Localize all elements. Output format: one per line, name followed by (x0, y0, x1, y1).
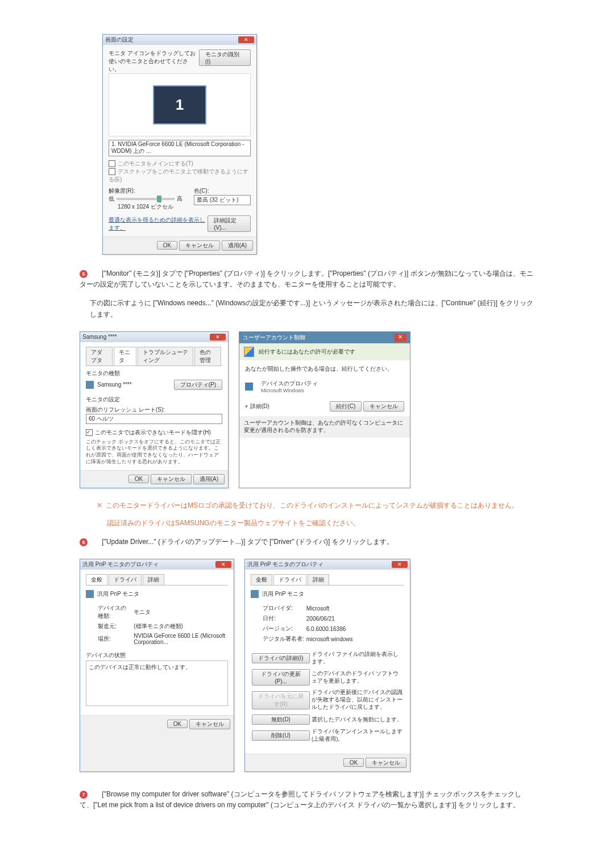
close-icon[interactable]: ✕ (392, 561, 408, 568)
device-icon (245, 383, 253, 391)
cancel-button[interactable]: キャンセル (151, 474, 192, 484)
step-bullet-5: 5 (80, 270, 88, 278)
cancel-button[interactable]: キャンセル (366, 758, 406, 768)
dialog-title: Samsung **** (82, 334, 117, 340)
color-combo[interactable]: 最高 (32 ビット) (194, 195, 251, 205)
driver-details-button[interactable]: ドライバの詳細(I) (252, 653, 310, 663)
color-label: 色(C): (194, 187, 251, 195)
properties-button[interactable]: プロパティ(P) (174, 380, 222, 390)
step-7: 7 ["Browse my computer for driver softwa… (80, 789, 534, 811)
uac-banner-text: 続行するにはあなたの許可が必要です (259, 348, 355, 356)
shield-icon (244, 347, 254, 357)
continue-button[interactable]: 続行(C) (330, 401, 362, 412)
tab-driver[interactable]: ドライバ (109, 574, 142, 585)
monitor-settings-label: モニタの設定 (86, 396, 222, 404)
monitor-properties-dialog: Samsung **** ✕ アダプタ モニタ トラブルシューティング 色の管理… (80, 331, 229, 488)
tab-detail[interactable]: 詳細 (308, 574, 329, 585)
note-line2: 認証済みのドライバはSAMSUNGのモニター製品ウェブサイトをご確認ください。 (107, 517, 534, 530)
device-status-label: デバイスの状態 (86, 651, 228, 659)
adapter-combo[interactable]: 1. NVIDIA GeForce 6600 LE (Microsoft Cor… (109, 140, 251, 156)
device-status-box: このデバイスは正常に動作しています。 (86, 661, 228, 706)
refresh-label: 画面のリフレッシュ レート(S): (86, 406, 222, 414)
tab-driver[interactable]: ドライバ (273, 574, 306, 585)
apply-button[interactable]: 適用(A) (193, 474, 225, 484)
cancel-button[interactable]: キャンセル (179, 240, 220, 251)
monitor-type-group-label: モニタの種類 (86, 369, 222, 377)
cancel-button[interactable]: キャンセル (363, 401, 404, 412)
refresh-combo[interactable]: 60 ヘルツ (86, 414, 222, 424)
pnp-driver-dialog: 汎用 PnP モニタのプロパティ ✕ 全般 ドライバ 詳細 汎用 PnP モニタ… (244, 559, 410, 772)
figure-display-settings: 画面の設定 ✕ モニタ アイコンをドラッグしてお使いのモニタと合わせてください。… (102, 34, 534, 255)
resolution-slider[interactable] (117, 198, 175, 200)
ok-button[interactable]: OK (167, 720, 188, 728)
tab-monitor[interactable]: モニタ (114, 347, 136, 366)
uac-prop-sub: Microsoft Windows (261, 388, 318, 393)
uac-dialog: ユーザーアカウント制御 ✕ 続行するにはあなたの許可が必要です あなたが開始した… (239, 331, 410, 488)
monitor-icon (251, 590, 259, 598)
primary-checkbox (109, 160, 115, 167)
driver-uninstall-button[interactable]: 削除(U) (252, 730, 310, 741)
driver-rollback-button: ドライバを元に戻す(R) (252, 691, 310, 709)
extend-checkbox (109, 168, 115, 175)
monitor-preview[interactable]: 1 (153, 85, 206, 124)
hide-modes-description: このチェック ボックスをオフにすると、このモニタでは正しく表示できないモードを選… (86, 439, 222, 466)
uac-line1: あなたが開始した操作である場合は、続行してください。 (245, 365, 404, 373)
apply-button[interactable]: 適用(A) (222, 240, 253, 251)
cancel-button[interactable]: キャンセル (189, 719, 230, 729)
step5-text-2: 下の図に示すように ["Windows needs..." (Windowsの設… (90, 298, 534, 319)
tab-general[interactable]: 全般 (251, 574, 272, 585)
figure-row-driver-props: 汎用 PnP モニタのプロパティ ✕ 全般 ドライバ 詳細 汎用 PnP モニタ… (80, 559, 534, 772)
tab-detail[interactable]: 詳細 (143, 574, 164, 585)
advanced-button[interactable]: 詳細設定(V)... (208, 215, 251, 232)
ok-button[interactable]: OK (157, 241, 177, 250)
uac-title: ユーザーアカウント制御 (243, 334, 305, 342)
close-icon[interactable]: ✕ (394, 334, 406, 342)
tab-troubleshoot[interactable]: トラブルシューティング (138, 347, 193, 366)
step-bullet-7: 7 (80, 791, 88, 799)
driver-disable-button[interactable]: 無効(D) (252, 715, 310, 725)
fig1-instruction: モニタ アイコンをドラッグしてお使いのモニタと合わせてください。 (109, 49, 199, 73)
ok-button[interactable]: OK (343, 758, 364, 767)
step6-text: ["Update Driver..." (ドライバのアップデート...)] タブ… (102, 538, 393, 546)
identify-button[interactable]: モニタの識別(I) (199, 49, 251, 66)
resolution-value: 1280 x 1024 ピクセル (109, 203, 182, 211)
close-icon[interactable]: ✕ (238, 36, 254, 43)
tab-color[interactable]: 色の管理 (194, 347, 221, 366)
chevron-down-icon[interactable]: ▾ (245, 403, 248, 409)
note-x-icon: ✕ (97, 501, 102, 509)
hide-modes-checkbox[interactable] (86, 429, 93, 436)
step5-text-1: ["Monitor" (モニタ)] タブで ["Properties" (プロパ… (80, 269, 533, 288)
note-block: ✕このモニタードライバーはMSロゴの承認を受けており、このドライバのインストール… (97, 500, 534, 530)
step-bullet-6: 6 (80, 538, 88, 546)
ok-button[interactable]: OK (128, 475, 149, 483)
optimal-link[interactable]: 最適な表示を得るための詳細を表示します。 (109, 216, 208, 232)
dialog-title: 汎用 PnP モニタのプロパティ (82, 560, 159, 568)
monitor-icon (86, 381, 94, 389)
uac-prop-title: デバイスのプロパティ (261, 380, 318, 388)
dialog-title: 画面の設定 (105, 36, 134, 44)
pnp-general-dialog: 汎用 PnP モニタのプロパティ ✕ 全般 ドライバ 詳細 汎用 PnP モニタ… (80, 559, 234, 772)
figure-row-monitor-uac: Samsung **** ✕ アダプタ モニタ トラブルシューティング 色の管理… (80, 331, 534, 488)
monitor-icon (86, 590, 94, 598)
resolution-label: 解像度(R): (109, 187, 182, 195)
tab-adapter[interactable]: アダプタ (86, 347, 113, 366)
close-icon[interactable]: ✕ (210, 334, 226, 340)
step7-text: ["Browse my computer for driver software… (80, 790, 521, 809)
close-icon[interactable]: ✕ (215, 561, 231, 568)
details-link[interactable]: 詳細(D) (250, 402, 269, 410)
driver-update-button[interactable]: ドライバの更新(P)... (252, 669, 310, 686)
dialog-title: 汎用 PnP モニタのプロパティ (247, 560, 323, 568)
step-6: 6 ["Update Driver..." (ドライバのアップデート...)] … (80, 537, 534, 547)
tab-general[interactable]: 全般 (86, 574, 107, 585)
step-5: 5 ["Monitor" (モニタ)] タブで ["Properties" (プ… (80, 268, 534, 320)
uac-footer: ユーザーアカウント制御は、あなたの許可なくコンピュータに変更が適用されるのを防ぎ… (239, 416, 410, 438)
